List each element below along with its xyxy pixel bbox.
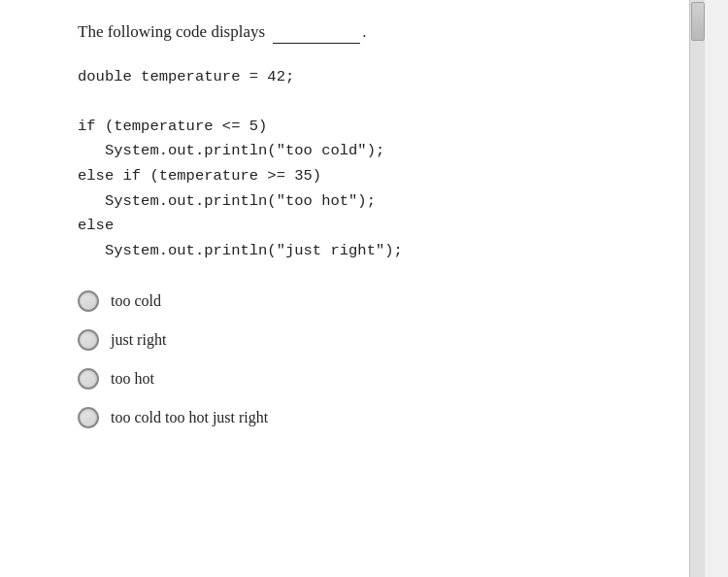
option-3-label: too hot: [111, 370, 154, 388]
scrollbar-thumb[interactable]: [691, 2, 705, 41]
main-content: The following code displays . double tem…: [0, 0, 689, 577]
option-2[interactable]: just right: [78, 329, 650, 351]
option-1-label: too cold: [111, 292, 161, 310]
code-block: double temperature = 42; if (temperature…: [78, 65, 650, 264]
radio-4[interactable]: [78, 407, 99, 428]
blank-line: [273, 19, 360, 44]
option-4-label: too cold too hot just right: [111, 409, 268, 426]
radio-3[interactable]: [78, 368, 99, 390]
options-container: too cold just right too hot too cold too…: [78, 290, 650, 428]
prompt-before: The following code displays: [78, 22, 265, 41]
radio-2[interactable]: [78, 329, 99, 351]
option-2-label: just right: [111, 331, 166, 349]
option-4[interactable]: too cold too hot just right: [78, 407, 650, 428]
scrollbar[interactable]: [689, 0, 705, 577]
prompt-text: The following code displays .: [78, 19, 650, 44]
option-3[interactable]: too hot: [78, 368, 650, 390]
radio-1[interactable]: [78, 290, 99, 312]
option-1[interactable]: too cold: [78, 290, 650, 312]
